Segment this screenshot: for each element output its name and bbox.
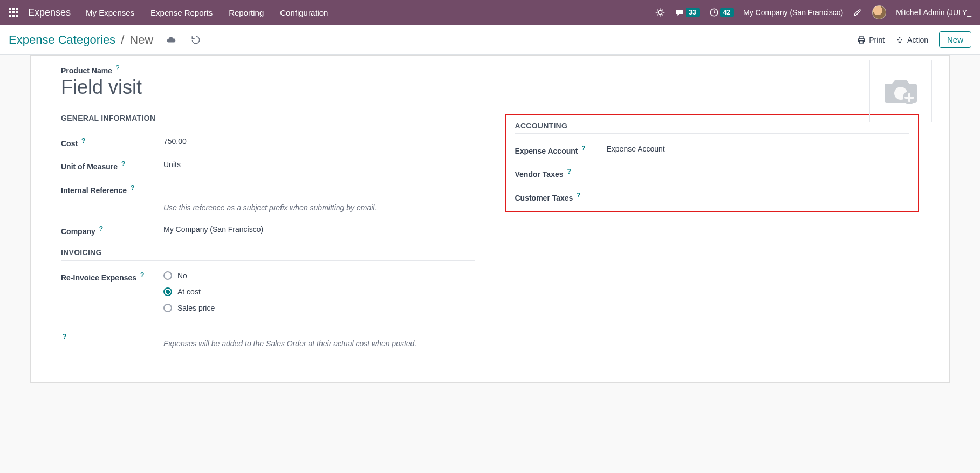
help-icon[interactable]: ? [116,64,120,72]
action-button[interactable]: Action [895,36,928,44]
accounting-highlighted-box: Accounting Expense Account ? Expense Acc… [505,114,920,212]
form-columns: General Information Cost ? 750.00 Unit o… [61,114,919,361]
reinvoice-hint-row: ? Expenses will be added to the Sales Or… [61,333,475,348]
section-invoicing-title: Invoicing [61,248,475,261]
vendor-taxes-row: Vendor Taxes ? [515,168,910,179]
top-right: 33 42 My Company (San Francisco) Mitchel… [655,5,971,19]
reinvoice-hint: Expenses will be added to the Sales Orde… [163,339,475,348]
bug-icon[interactable] [655,8,665,17]
help-icon[interactable]: ? [121,160,125,168]
uom-value[interactable]: Units [163,160,475,169]
top-menu: My Expenses Expense Reports Reporting Co… [86,8,655,17]
company-label: Company [61,227,95,235]
cost-value[interactable]: 750.00 [163,137,475,146]
menu-expense-reports[interactable]: Expense Reports [150,8,213,17]
customer-taxes-row: Customer Taxes ? [515,191,910,202]
internal-ref-hint: Use this reference as a subject prefix w… [163,203,475,212]
breadcrumb: Expense Categories / New [9,33,153,47]
help-icon[interactable]: ? [131,184,134,191]
discard-icon[interactable] [191,35,201,45]
internal-ref-label: Internal Reference [61,186,127,195]
breadcrumb-root[interactable]: Expense Categories [9,33,115,47]
topbar: Expenses My Expenses Expense Reports Rep… [0,0,980,25]
reinvoice-options: No At cost Sales price [163,271,475,320]
cost-label: Cost [61,139,78,147]
canvas: Product Name ? Field visit General Infor… [0,55,980,383]
toolbar-right: Print Action New [857,31,971,48]
help-icon[interactable]: ? [567,168,571,175]
svg-point-0 [659,10,663,15]
toolbar: Expense Categories / New Print Action Ne… [0,25,980,55]
radio-label-at-cost: At cost [177,287,201,296]
action-label: Action [907,36,928,44]
internal-ref-hint-row: Use this reference as a subject prefix w… [61,197,475,212]
help-icon[interactable]: ? [140,271,144,279]
breadcrumb-current: New [129,33,153,47]
radio-option-no[interactable]: No [163,271,475,280]
radio-label-sales-price: Sales price [177,304,215,312]
menu-configuration[interactable]: Configuration [280,8,328,17]
activities-icon[interactable]: 42 [709,8,734,17]
cost-row: Cost ? 750.00 [61,137,475,148]
section-accounting-title: Accounting [515,121,910,134]
help-icon[interactable]: ? [581,145,585,152]
product-name-field: Product Name ? Field visit [61,64,919,99]
radio-icon [163,287,172,296]
internal-ref-row: Internal Reference ? [61,184,475,195]
reinvoice-row: Re-Invoice Expenses ? No At cost [61,271,475,320]
vendor-taxes-label: Vendor Taxes [515,170,564,179]
section-general-title: General Information [61,114,475,126]
company-switcher[interactable]: My Company (San Francisco) [743,8,843,17]
radio-option-at-cost[interactable]: At cost [163,287,475,296]
expense-account-value[interactable]: Expense Account [607,145,910,153]
uom-label: Unit of Measure [61,162,118,171]
product-name-label: Product Name [61,66,112,75]
radio-label-no: No [177,271,187,280]
customer-taxes-label: Customer Taxes [515,194,573,202]
app-name[interactable]: Expenses [28,7,71,18]
radio-icon [163,271,172,280]
help-icon[interactable]: ? [63,333,66,340]
new-button[interactable]: New [939,31,971,48]
company-value[interactable]: My Company (San Francisco) [163,225,475,234]
help-icon[interactable]: ? [577,191,580,199]
apps-icon[interactable] [9,8,18,17]
form-sheet: Product Name ? Field visit General Infor… [30,55,950,383]
print-button[interactable]: Print [857,36,885,44]
menu-reporting[interactable]: Reporting [229,8,264,17]
messages-badge: 33 [686,8,699,17]
expense-account-label: Expense Account [515,146,578,155]
product-name-value[interactable]: Field visit [61,76,919,99]
messages-icon[interactable]: 33 [675,8,699,17]
company-row: Company ? My Company (San Francisco) [61,225,475,236]
help-icon[interactable]: ? [81,137,85,145]
radio-option-sales-price[interactable]: Sales price [163,304,475,312]
breadcrumb-sep: / [121,33,124,47]
image-placeholder[interactable] [869,60,932,122]
tools-icon[interactable] [853,8,862,17]
right-column: Accounting Expense Account ? Expense Acc… [505,114,920,361]
uom-row: Unit of Measure ? Units [61,160,475,171]
expense-account-row: Expense Account ? Expense Account [515,145,910,155]
avatar[interactable] [872,5,886,19]
cloud-save-icon[interactable] [166,35,176,45]
reinvoice-label: Re-Invoice Expenses [61,273,136,282]
user-menu[interactable]: Mitchell Admin (JULY_ [896,8,971,17]
left-column: General Information Cost ? 750.00 Unit o… [61,114,475,361]
activities-badge: 42 [720,8,734,17]
print-label: Print [869,36,885,44]
radio-icon [163,304,172,312]
menu-my-expenses[interactable]: My Expenses [86,8,134,17]
help-icon[interactable]: ? [99,225,103,232]
toolbar-status-icons [166,35,201,45]
